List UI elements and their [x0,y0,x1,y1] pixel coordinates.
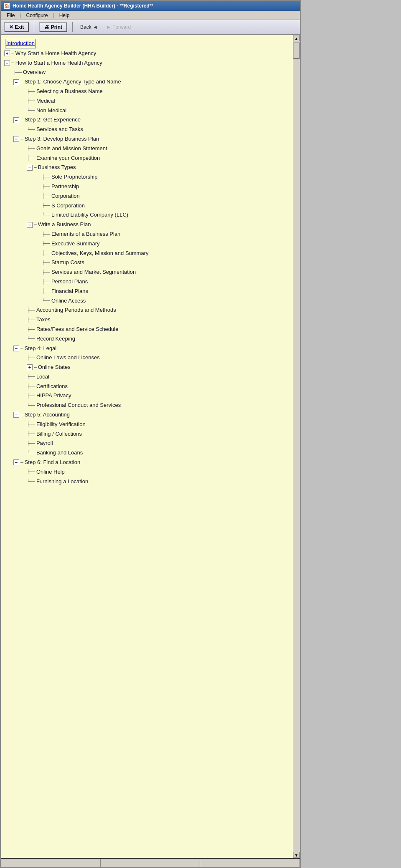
non-medical-label[interactable]: Non Medical [36,106,67,115]
tree-item-s-corporation[interactable]: ├── S Corporation [42,201,297,211]
executive-summary-label[interactable]: Executive Summary [51,240,100,248]
partnership-label[interactable]: Partnership [51,182,79,191]
tree-item-financial-plans[interactable]: ├── Financial Plans [42,287,297,296]
tree-item-step5[interactable]: − ─ Step 5: Accounting [13,410,297,420]
s-corporation-label[interactable]: S Corporation [51,202,85,210]
certifications-label[interactable]: Certifications [36,382,68,391]
step3-expand[interactable]: − [13,136,19,142]
tree-item-furnishing[interactable]: └── Furnishing a Location [27,477,297,487]
step3-label[interactable]: Step 3: Develop Business Plan [24,135,100,144]
tree-item-hippa[interactable]: ├── HIPPA Privacy [27,391,297,401]
step5-label[interactable]: Step 5: Accounting [24,411,70,419]
write-business-plan-label[interactable]: Write a Business Plan [38,220,91,229]
medical-label[interactable]: Medical [36,97,56,106]
menu-configure[interactable]: Configure [23,12,51,19]
print-button[interactable]: 🖨 Print [39,22,67,32]
tree-item-goals-mission[interactable]: ├── Goals and Mission Statement [27,144,297,154]
step2-label[interactable]: Step 2: Get Experience [24,116,81,124]
elements-business-plan-label[interactable]: Elements of a Business Plan [51,230,121,239]
tree-item-banking[interactable]: └── Banking and Loans [27,448,297,458]
tree-item-why-start[interactable]: + ─ Why Start a Home Health Agency [4,49,297,58]
scrollbar[interactable]: ▲ ▼ [293,35,300,858]
tree-item-step1[interactable]: − ─ Step 1: Choose Agency Type and Name [13,77,297,87]
objectives-label[interactable]: Objectives, Keys, Mission and Summary [51,249,149,258]
write-business-plan-expand[interactable]: − [27,222,33,228]
tree-item-llc[interactable]: └── Limited Liability Company (LLC) [42,210,297,220]
tree-item-sole-proprietorship[interactable]: ├── Sole Proprietorship [42,172,297,182]
tree-item-rates-fees[interactable]: ├── Rates/Fees and Service Schedule [27,325,297,334]
tree-item-local[interactable]: ├── Local [27,372,297,382]
tree-item-record-keeping[interactable]: └── Record Keeping [27,334,297,344]
tree-item-professional-conduct[interactable]: └── Professional Conduct and Services [27,401,297,410]
scroll-up-button[interactable]: ▲ [293,35,299,41]
business-types-expand[interactable]: − [27,165,33,171]
online-states-label[interactable]: Online States [38,363,71,372]
tree-item-step2[interactable]: − ─ Step 2: Get Experience [13,115,297,125]
introduction-label[interactable]: Introduction [5,39,36,48]
scroll-down-button[interactable]: ▼ [293,852,299,858]
tree-item-partnership[interactable]: ├── Partnership [42,182,297,192]
tree-item-medical[interactable]: ├── Medical [27,96,297,106]
eligibility-label[interactable]: Eligibility Verification [36,420,86,429]
sole-proprietorship-label[interactable]: Sole Proprietorship [51,173,98,182]
menu-file[interactable]: File [3,12,18,19]
tree-item-introduction[interactable]: Introduction [4,38,297,49]
tree-item-selecting-name[interactable]: ├── Selecting a Business Name [27,87,297,96]
step1-expand[interactable]: − [13,79,19,85]
record-keeping-label[interactable]: Record Keeping [36,335,76,343]
overview-label[interactable]: Overview [23,68,46,77]
tree-item-personal-plans[interactable]: ├── Personal Plans [42,277,297,287]
local-label[interactable]: Local [36,373,50,381]
step2-expand[interactable]: − [13,117,19,123]
tree-item-billing[interactable]: ├── Billing / Collections [27,429,297,439]
step1-label[interactable]: Step 1: Choose Agency Type and Name [24,78,122,86]
tree-item-overview[interactable]: ├── Overview [13,68,297,77]
tree-item-elements-business-plan[interactable]: ├── Elements of a Business Plan [42,230,297,239]
tree-item-step3[interactable]: − ─ Step 3: Develop Business Plan [13,134,297,144]
exit-button[interactable]: ✕ Exit [4,22,29,32]
llc-label[interactable]: Limited Liability Company (LLC) [51,211,129,220]
tree-item-objectives[interactable]: ├── Objectives, Keys, Mission and Summar… [42,249,297,258]
tree-item-step6[interactable]: − ─ Step 6: Find a Location [13,458,297,467]
how-start-label[interactable]: How to Start a Home Health Agency [15,59,103,68]
tree-item-online-access[interactable]: └── Online Access [42,296,297,306]
tree-item-executive-summary[interactable]: ├── Executive Summary [42,239,297,249]
why-start-label[interactable]: Why Start a Home Health Agency [15,49,97,58]
tree-item-certifications[interactable]: ├── Certifications [27,382,297,391]
tree-item-step4[interactable]: − ─ Step 4: Legal [13,344,297,353]
back-button[interactable]: Back ◄ [78,23,100,31]
professional-conduct-label[interactable]: Professional Conduct and Services [36,401,121,410]
business-types-label[interactable]: Business Types [38,163,76,172]
how-start-expand[interactable]: − [4,60,10,66]
tree-item-write-business-plan[interactable]: − ─ Write a Business Plan [27,220,297,230]
forward-button[interactable]: ► Forward [104,23,133,31]
menu-help[interactable]: Help [56,12,73,19]
tree-item-examine-competition[interactable]: ├── Examine your Competition [27,154,297,163]
selecting-name-label[interactable]: Selecting a Business Name [36,87,103,96]
furnishing-label[interactable]: Furnishing a Location [36,477,89,486]
step4-label[interactable]: Step 4: Legal [24,344,57,353]
accounting-periods-label[interactable]: Accounting Periods and Methods [36,306,117,315]
step6-label[interactable]: Step 6: Find a Location [24,458,81,467]
tree-item-how-start[interactable]: − ─ How to Start a Home Health Agency [4,58,297,68]
corporation-label[interactable]: Corporation [51,192,80,201]
tree-item-startup-costs[interactable]: ├── Startup Costs [42,258,297,267]
tree-item-online-states[interactable]: + ─ Online States [27,363,297,372]
online-states-expand[interactable]: + [27,364,33,370]
tree-item-online-help[interactable]: ├── Online Help [27,467,297,477]
examine-competition-label[interactable]: Examine your Competition [36,154,100,163]
billing-label[interactable]: Billing / Collections [36,430,82,439]
tree-item-taxes[interactable]: ├── Taxes [27,315,297,325]
payroll-label[interactable]: Payroll [36,439,53,448]
scroll-thumb[interactable] [293,42,299,59]
hippa-label[interactable]: HIPPA Privacy [36,391,72,400]
goals-mission-label[interactable]: Goals and Mission Statement [36,144,108,153]
tree-item-eligibility[interactable]: ├── Eligibility Verification [27,420,297,429]
financial-plans-label[interactable]: Financial Plans [51,287,89,296]
content-area[interactable]: Introduction + ─ Why Start a Home Health… [1,35,300,858]
tree-item-accounting-periods[interactable]: ├── Accounting Periods and Methods [27,305,297,315]
tree-item-services-tasks[interactable]: └── Services and Tasks [27,125,297,134]
tree-item-services-market[interactable]: ├── Services and Market Segmentation [42,267,297,277]
banking-label[interactable]: Banking and Loans [36,449,83,457]
tree-item-business-types[interactable]: − ─ Business Types [27,163,297,172]
